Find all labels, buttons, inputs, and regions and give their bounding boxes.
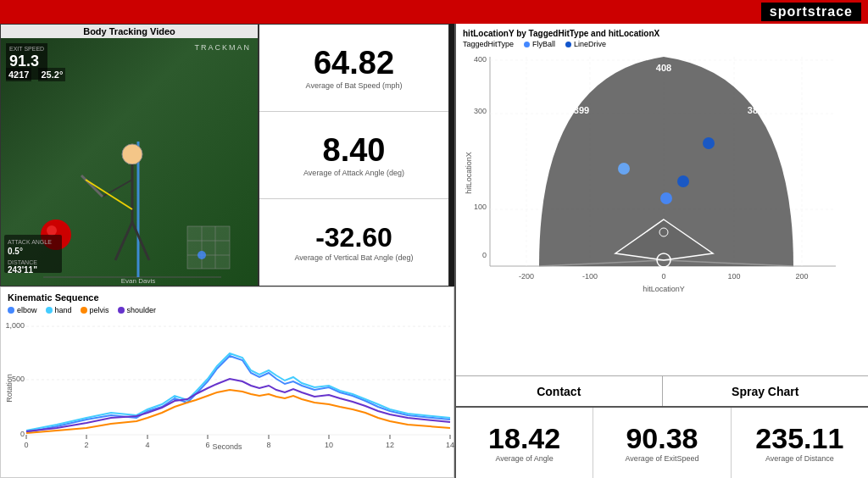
shoulder-dot (118, 307, 125, 314)
flyball-dot (524, 42, 530, 47)
linedrive-dot (565, 42, 571, 47)
elbow-label: elbow (17, 306, 37, 314)
video-content: TRACKMAN EXIT SPEED 91.3 mph 4217 (1, 38, 258, 286)
bottom-stat-exit-speed: 90.38 Average of ExitSpeed (593, 408, 731, 478)
legend-hand: hand (46, 306, 72, 314)
svg-point-22 (198, 251, 206, 259)
hand-label: hand (55, 306, 72, 314)
vertical-bat-value: -32.60 (315, 223, 392, 253)
x-axis-label: Seconds (212, 442, 242, 451)
hand-dot (46, 307, 53, 314)
svg-text:14: 14 (446, 441, 454, 449)
angle-value: 18.42 (488, 423, 560, 454)
svg-text:ATTACK ANGLE: ATTACK ANGLE (8, 239, 52, 245)
elbow-dot (8, 307, 14, 314)
kinematic-legend: elbow hand pelvis shoulder (8, 306, 447, 314)
svg-text:6: 6 (205, 441, 209, 449)
legend-pelvis: pelvis (81, 306, 109, 314)
svg-text:0: 0 (482, 251, 487, 259)
angle-desc: Average of Angle (495, 454, 553, 463)
svg-text:300: 300 (474, 107, 487, 115)
svg-text:hitLocationX: hitLocationX (465, 152, 473, 194)
logo: sportstrace (761, 3, 861, 21)
svg-text:-100: -100 (582, 272, 598, 281)
svg-text:hitLocationY: hitLocationY (643, 285, 685, 293)
svg-text:243'11": 243'11" (8, 265, 37, 275)
linedrive-label: LineDrive (574, 40, 606, 48)
svg-text:408: 408 (656, 63, 671, 73)
svg-text:12: 12 (386, 441, 394, 449)
svg-text:385: 385 (748, 105, 763, 115)
kinematic-chart-svg: 1,000 500 0 0 2 4 6 (26, 318, 459, 452)
svg-text:4: 4 (145, 441, 149, 449)
svg-text:0: 0 (661, 272, 665, 281)
pelvis-label: pelvis (90, 306, 109, 314)
tagged-hit-type-label: TaggedHitType (463, 40, 514, 48)
batter-svg: ATTACK ANGLE 0.5° DISTANCE 243'11" Evan … (1, 78, 258, 286)
svg-text:0: 0 (24, 441, 28, 449)
svg-text:DISTANCE: DISTANCE (8, 259, 37, 265)
svg-text:-200: -200 (519, 272, 534, 281)
bottom-stat-angle: 18.42 Average of Angle (456, 408, 593, 478)
svg-text:10: 10 (325, 441, 333, 449)
svg-point-2 (122, 144, 142, 164)
svg-rect-17 (187, 226, 230, 269)
spray-legend: TaggedHitType FlyBall LineDrive (463, 40, 861, 48)
kinematic-chart-area: 1,000 500 0 0 2 4 6 (8, 318, 447, 449)
svg-text:399: 399 (574, 105, 589, 115)
svg-text:0: 0 (20, 430, 25, 438)
svg-line-7 (132, 222, 149, 260)
exit-speed-label: EXIT SPEED (9, 46, 44, 52)
trackman-label: TRACKMAN (194, 43, 251, 52)
spray-chart-title: hitLocationY by TaggedHitType and hitLoc… (463, 29, 861, 38)
contact-tab[interactable]: Contact (456, 376, 663, 406)
stat-card-attack-angle: 8.40 Average of Attack Angle (deg) (259, 112, 448, 199)
svg-point-10 (47, 225, 57, 236)
pelvis-dot (81, 307, 87, 314)
video-panel: Body Tracking Video TRACKMAN EXIT SPEED … (0, 24, 259, 286)
video-sim: TRACKMAN EXIT SPEED 91.3 mph 4217 (1, 38, 258, 286)
svg-text:0.5°: 0.5° (8, 247, 23, 256)
spray-chart-tab[interactable]: Spray Chart (663, 376, 869, 406)
flyball-legend: FlyBall (524, 40, 555, 48)
svg-point-79 (703, 137, 715, 149)
svg-text:400: 400 (474, 55, 487, 64)
svg-text:500: 500 (12, 375, 25, 383)
exit-speed-value: 90.38 (626, 423, 698, 454)
svg-line-5 (81, 175, 103, 197)
stat-card-bat-speed: 64.82 Average of Bat Speed (mph) (259, 25, 448, 112)
main-content: Body Tracking Video TRACKMAN EXIT SPEED … (0, 24, 868, 478)
exit-speed-desc: Average of ExitSpeed (626, 454, 699, 463)
linedrive-legend: LineDrive (565, 40, 606, 48)
bottom-stat-distance: 235.11 Average of Distance (732, 408, 868, 478)
left-column: Body Tracking Video TRACKMAN EXIT SPEED … (0, 24, 454, 478)
stats-panels: 64.82 Average of Bat Speed (mph) 8.40 Av… (259, 24, 449, 286)
distance-desc: Average of Distance (765, 454, 834, 463)
svg-text:8: 8 (266, 441, 270, 449)
svg-point-80 (677, 175, 689, 187)
right-column: hitLocationY by TaggedHitType and hitLoc… (454, 24, 868, 478)
attack-angle-desc: Average of Attack Angle (deg) (303, 169, 404, 177)
bottom-stats: 18.42 Average of Angle 90.38 Average of … (456, 406, 868, 478)
svg-text:100: 100 (474, 203, 487, 211)
svg-text:318: 318 (530, 175, 545, 186)
flyball-label: FlyBall (532, 40, 555, 48)
legend-elbow: elbow (8, 306, 37, 314)
svg-text:100: 100 (727, 272, 740, 281)
y-axis-label: Rotation (5, 374, 14, 403)
svg-line-6 (115, 222, 132, 260)
svg-text:Evan Davis: Evan Davis (121, 277, 155, 285)
kinematic-title: Kinematic Sequence (8, 292, 447, 303)
bat-speed-desc: Average of Bat Speed (mph) (306, 81, 403, 90)
legend-shoulder: shoulder (118, 306, 157, 314)
stat-card-vertical-bat: -32.60 Average of Vertical Bat Angle (de… (259, 199, 448, 286)
shoulder-label: shoulder (127, 306, 157, 314)
spray-chart-svg: 400 300 100 0 -200 -100 0 100 200 hitLoc… (463, 50, 861, 317)
top-bar: sportstrace (0, 0, 868, 24)
top-section: Body Tracking Video TRACKMAN EXIT SPEED … (0, 24, 454, 286)
svg-text:200: 200 (795, 272, 808, 281)
attack-angle-value: 8.40 (323, 133, 386, 169)
spray-panel: hitLocationY by TaggedHitType and hitLoc… (456, 24, 868, 375)
chart-tabs: Contact Spray Chart (456, 375, 868, 406)
bat-speed-value: 64.82 (314, 46, 394, 81)
